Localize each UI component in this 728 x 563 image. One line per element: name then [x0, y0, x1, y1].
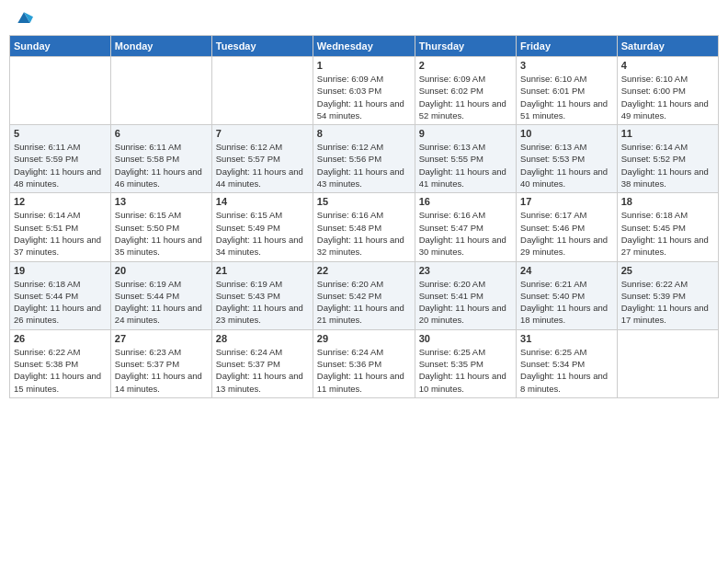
day-number: 29	[317, 333, 411, 344]
day-info: Sunrise: 6:13 AMSunset: 5:55 PMDaylight:…	[419, 141, 512, 190]
logo	[13, 9, 33, 28]
day-info-line: Sunrise: 6:24 AM	[216, 347, 282, 357]
calendar-week-row: 12Sunrise: 6:14 AMSunset: 5:51 PMDayligh…	[10, 193, 719, 261]
calendar-day-cell: 16Sunrise: 6:16 AMSunset: 5:47 PMDayligh…	[415, 193, 516, 261]
calendar-day-cell: 3Sunrise: 6:10 AMSunset: 6:01 PMDaylight…	[517, 57, 618, 125]
day-info-line: Sunrise: 6:22 AM	[621, 279, 688, 289]
day-info-line: Sunset: 5:43 PM	[216, 291, 280, 301]
weekday-header-monday: Monday	[110, 36, 211, 57]
day-info-line: Sunset: 6:02 PM	[419, 86, 483, 96]
calendar-day-cell: 30Sunrise: 6:25 AMSunset: 5:35 PMDayligh…	[415, 329, 516, 397]
day-info-line: Sunset: 5:59 PM	[14, 154, 78, 164]
calendar-day-cell: 26Sunrise: 6:22 AMSunset: 5:38 PMDayligh…	[10, 329, 111, 397]
day-info-line: Daylight: 11 hours and 8 minutes.	[520, 371, 608, 393]
day-number: 22	[317, 265, 411, 276]
calendar-day-cell: 9Sunrise: 6:13 AMSunset: 5:55 PMDaylight…	[415, 125, 516, 193]
day-number: 17	[520, 196, 613, 207]
day-info-line: Sunrise: 6:25 AM	[520, 347, 586, 357]
day-info: Sunrise: 6:09 AMSunset: 6:03 PMDaylight:…	[317, 73, 411, 121]
day-number: 12	[14, 196, 107, 207]
calendar-day-cell: 6Sunrise: 6:11 AMSunset: 5:58 PMDaylight…	[110, 125, 211, 193]
day-info-line: Daylight: 11 hours and 21 minutes.	[317, 303, 404, 325]
day-number: 7	[216, 128, 309, 139]
day-info-line: Sunset: 5:57 PM	[216, 154, 280, 164]
day-info-line: Sunrise: 6:10 AM	[520, 74, 586, 84]
day-info-line: Daylight: 11 hours and 32 minutes.	[317, 235, 404, 257]
day-info-line: Daylight: 11 hours and 18 minutes.	[520, 303, 608, 325]
day-info-line: Daylight: 11 hours and 26 minutes.	[14, 303, 101, 325]
calendar-day-cell: 5Sunrise: 6:11 AMSunset: 5:59 PMDaylight…	[10, 125, 111, 193]
day-info-line: Daylight: 11 hours and 17 minutes.	[621, 303, 709, 325]
day-info-line: Daylight: 11 hours and 20 minutes.	[419, 303, 506, 325]
calendar-day-cell: 12Sunrise: 6:14 AMSunset: 5:51 PMDayligh…	[10, 193, 111, 261]
calendar-day-cell: 24Sunrise: 6:21 AMSunset: 5:40 PMDayligh…	[517, 261, 618, 329]
day-number: 23	[419, 265, 512, 276]
day-info-line: Sunset: 5:53 PM	[520, 154, 585, 164]
day-info-line: Daylight: 11 hours and 34 minutes.	[216, 235, 303, 257]
calendar-day-cell: 25Sunrise: 6:22 AMSunset: 5:39 PMDayligh…	[617, 261, 718, 329]
day-info-line: Sunset: 6:03 PM	[317, 86, 381, 96]
calendar-week-row: 26Sunrise: 6:22 AMSunset: 5:38 PMDayligh…	[10, 329, 719, 397]
day-number: 20	[115, 265, 208, 276]
day-info: Sunrise: 6:18 AMSunset: 5:44 PMDaylight:…	[14, 278, 107, 327]
day-info: Sunrise: 6:14 AMSunset: 5:51 PMDaylight:…	[14, 209, 107, 258]
day-number: 10	[520, 128, 613, 139]
day-info-line: Sunrise: 6:12 AM	[216, 142, 282, 152]
day-info-line: Sunset: 5:56 PM	[317, 154, 381, 164]
calendar-day-cell: 14Sunrise: 6:15 AMSunset: 5:49 PMDayligh…	[211, 193, 313, 261]
weekday-header-tuesday: Tuesday	[211, 36, 313, 57]
calendar-day-cell: 19Sunrise: 6:18 AMSunset: 5:44 PMDayligh…	[10, 261, 111, 329]
calendar-day-cell: 4Sunrise: 6:10 AMSunset: 6:00 PMDaylight…	[617, 57, 718, 125]
day-info: Sunrise: 6:23 AMSunset: 5:37 PMDaylight:…	[115, 346, 208, 395]
calendar-week-row: 1Sunrise: 6:09 AMSunset: 6:03 PMDaylight…	[10, 57, 719, 125]
day-info-line: Sunrise: 6:11 AM	[115, 142, 181, 152]
day-info-line: Sunrise: 6:19 AM	[216, 279, 282, 289]
day-info-line: Sunrise: 6:25 AM	[419, 347, 485, 357]
day-info-line: Sunrise: 6:18 AM	[621, 210, 688, 220]
day-info-line: Daylight: 11 hours and 14 minutes.	[115, 371, 202, 393]
day-info-line: Sunset: 5:49 PM	[216, 223, 280, 233]
day-info-line: Daylight: 11 hours and 27 minutes.	[621, 235, 709, 257]
day-info: Sunrise: 6:09 AMSunset: 6:02 PMDaylight:…	[419, 73, 512, 121]
page-header	[9, 9, 719, 28]
day-info-line: Sunrise: 6:21 AM	[520, 279, 586, 289]
day-number: 11	[621, 128, 714, 139]
weekday-header-thursday: Thursday	[415, 36, 516, 57]
calendar-table: SundayMondayTuesdayWednesdayThursdayFrid…	[9, 35, 719, 398]
day-info-line: Sunrise: 6:11 AM	[14, 142, 80, 152]
day-info-line: Daylight: 11 hours and 48 minutes.	[14, 167, 101, 189]
day-info: Sunrise: 6:10 AMSunset: 6:01 PMDaylight:…	[520, 73, 613, 121]
day-info-line: Sunset: 5:45 PM	[621, 223, 686, 233]
day-info-line: Daylight: 11 hours and 11 minutes.	[317, 371, 404, 393]
day-info-line: Sunrise: 6:15 AM	[216, 210, 282, 220]
day-info-line: Sunset: 5:41 PM	[419, 291, 483, 301]
calendar-day-cell: 23Sunrise: 6:20 AMSunset: 5:41 PMDayligh…	[415, 261, 516, 329]
weekday-header-sunday: Sunday	[10, 36, 111, 57]
day-info: Sunrise: 6:24 AMSunset: 5:36 PMDaylight:…	[317, 346, 411, 395]
day-info-line: Sunset: 5:50 PM	[115, 223, 179, 233]
calendar-day-cell: 7Sunrise: 6:12 AMSunset: 5:57 PMDaylight…	[211, 125, 313, 193]
day-info-line: Sunrise: 6:14 AM	[14, 210, 80, 220]
day-info-line: Daylight: 11 hours and 38 minutes.	[621, 167, 709, 189]
day-info-line: Sunset: 5:35 PM	[419, 359, 483, 369]
day-number: 25	[621, 265, 714, 276]
calendar-day-cell: 2Sunrise: 6:09 AMSunset: 6:02 PMDaylight…	[415, 57, 516, 125]
calendar-day-cell: 13Sunrise: 6:15 AMSunset: 5:50 PMDayligh…	[110, 193, 211, 261]
day-info-line: Daylight: 11 hours and 41 minutes.	[419, 167, 506, 189]
weekday-header-friday: Friday	[517, 36, 618, 57]
day-info-line: Daylight: 11 hours and 43 minutes.	[317, 167, 404, 189]
day-number: 2	[419, 60, 512, 71]
day-info-line: Daylight: 11 hours and 13 minutes.	[216, 371, 303, 393]
day-info: Sunrise: 6:20 AMSunset: 5:42 PMDaylight:…	[317, 278, 411, 327]
day-info: Sunrise: 6:12 AMSunset: 5:57 PMDaylight:…	[216, 141, 309, 190]
day-info-line: Daylight: 11 hours and 29 minutes.	[520, 235, 608, 257]
day-info: Sunrise: 6:19 AMSunset: 5:43 PMDaylight:…	[216, 278, 309, 327]
day-info-line: Sunrise: 6:12 AM	[317, 142, 383, 152]
day-info: Sunrise: 6:12 AMSunset: 5:56 PMDaylight:…	[317, 141, 411, 190]
day-info-line: Sunset: 5:37 PM	[115, 359, 179, 369]
day-info: Sunrise: 6:21 AMSunset: 5:40 PMDaylight:…	[520, 278, 613, 327]
day-info-line: Sunset: 5:46 PM	[520, 223, 585, 233]
calendar-day-cell: 18Sunrise: 6:18 AMSunset: 5:45 PMDayligh…	[617, 193, 718, 261]
day-number: 5	[14, 128, 107, 139]
weekday-header-wednesday: Wednesday	[313, 36, 415, 57]
